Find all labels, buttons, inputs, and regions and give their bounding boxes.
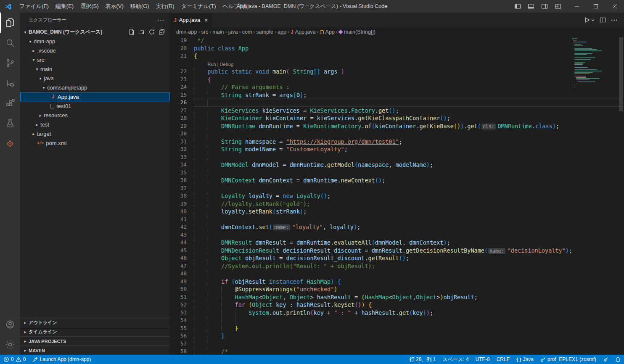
code-line[interactable]: 43 (169, 231, 624, 239)
workspace-root-row[interactable]: ▾ BAMOE_DMN (ワークスペース) (20, 27, 169, 37)
plug-indicator[interactable] (600, 355, 612, 364)
explorer-icon[interactable] (0, 13, 20, 33)
menu-item[interactable]: 実行(R) (153, 0, 178, 13)
code-line[interactable]: 46 Object objResult = decisionResult_dis… (169, 254, 624, 262)
new-folder-icon[interactable] (138, 29, 145, 35)
code-line[interactable]: 55 } (169, 324, 624, 332)
code-line[interactable]: 22 public static void main( String[] arg… (169, 68, 624, 76)
breadcrumb-item[interactable]: JApp.java (291, 29, 315, 35)
code-line[interactable]: 51 HashMap<Object, Object> hashResult = … (169, 293, 624, 301)
tree-item[interactable]: test01 (20, 101, 169, 111)
menu-item[interactable]: ファイル(F) (16, 0, 52, 13)
breadcrumb-item[interactable]: main(String[]) (339, 29, 375, 35)
toggle-sidebar-icon[interactable] (512, 0, 524, 12)
indentation[interactable]: スペース: 4 (439, 355, 472, 364)
code-line[interactable]: 44 DMNResult dmnResult = dmnRuntime.eval… (169, 239, 624, 247)
editor-scrollbar-thumb[interactable] (619, 37, 623, 111)
code-line[interactable]: 35 (169, 169, 624, 177)
code-line[interactable]: 47 //System.out.println("Result: " + obj… (169, 262, 624, 270)
tree-item[interactable]: JApp.java (20, 92, 169, 101)
notifications-bell[interactable] (612, 355, 624, 364)
code-line[interactable]: 38 Loyalty loyalty = new Loyalty(); (169, 192, 624, 200)
settings-gear-icon[interactable] (0, 335, 20, 355)
run-debug-icon[interactable] (0, 73, 20, 93)
sidebar-section[interactable]: ▸タイムライン (20, 327, 169, 336)
codelens-line[interactable]: Run | Debug (169, 60, 624, 68)
code-line[interactable]: 57 (169, 340, 624, 348)
code-line[interactable]: 58 /* (169, 348, 624, 355)
code-line[interactable]: 56 } (169, 332, 624, 340)
refresh-icon[interactable] (148, 29, 155, 35)
sidebar-section[interactable]: ▸アウトライン (20, 318, 169, 327)
code-line[interactable]: 37 (169, 185, 624, 193)
code-line[interactable]: 45 DMNDecisionResult decisionResult_disc… (169, 247, 624, 255)
testing-icon[interactable] (0, 113, 20, 134)
code-line[interactable]: 30 (169, 130, 624, 138)
tree-item[interactable]: ▾src (20, 55, 169, 64)
breadcrumb-item[interactable]: App (320, 29, 335, 35)
code-line[interactable]: 29 DMNRuntime dmnRuntime = KieRuntimeFac… (169, 122, 624, 130)
zosmf-profile[interactable]: prof_EPLEX1 (zosmf) (537, 355, 600, 364)
tree-item[interactable]: ▸resources (20, 111, 169, 120)
minimize-button[interactable] (567, 0, 586, 13)
tree-item[interactable]: ▸target (20, 129, 169, 138)
extensions-icon[interactable] (0, 93, 20, 113)
code-line[interactable]: 42 dmnContext.set(name:"loyalty", loyalt… (169, 223, 624, 231)
breadcrumb-item[interactable]: sample (256, 29, 273, 35)
code-line[interactable]: 53 System.out.println(key + " : " + hash… (169, 309, 624, 317)
launch-config[interactable]: Launch App (dmn-app) (29, 355, 94, 364)
bamoe-extension-icon[interactable] (0, 134, 20, 154)
code-line[interactable]: 31 String namespace = "https://kiegroup.… (169, 138, 624, 146)
menu-item[interactable]: ヘルプ(H) (219, 0, 251, 13)
code-line[interactable]: 21{ (169, 52, 624, 60)
tree-item[interactable]: ▾dmn-app (20, 37, 169, 46)
new-file-icon[interactable] (128, 29, 135, 35)
tree-item[interactable]: ▸.vscode (20, 46, 169, 55)
code-line[interactable]: 20public class App (169, 45, 624, 53)
code-line[interactable]: 26 (169, 99, 624, 107)
code-line[interactable]: 25 String strRank = args[0]; (169, 91, 624, 99)
breadcrumb-item[interactable]: main (212, 29, 224, 35)
customize-layout-icon[interactable] (552, 0, 564, 12)
code-line[interactable]: 48 (169, 270, 624, 278)
breadcrumb-item[interactable]: com (242, 29, 252, 35)
breadcrumb-item[interactable]: java (228, 29, 238, 35)
minimap[interactable] (572, 37, 618, 355)
tree-item[interactable]: ▾java (20, 74, 169, 83)
encoding[interactable]: UTF-8 (472, 355, 493, 364)
menu-item[interactable]: ターミナル(T) (178, 0, 219, 13)
code-line[interactable]: 19 */ (169, 37, 624, 45)
account-icon[interactable] (0, 314, 20, 335)
split-editor-icon[interactable] (600, 17, 606, 23)
breadcrumb-item[interactable]: src (201, 29, 209, 35)
language-mode[interactable]: { } Java (513, 355, 537, 364)
menu-item[interactable]: 移動(G) (127, 0, 153, 13)
search-icon[interactable] (0, 33, 20, 53)
tab-close-icon[interactable]: × (204, 17, 208, 24)
problems-indicator[interactable]: 0 0 (0, 355, 29, 364)
menu-item[interactable]: 選択(S) (77, 0, 102, 13)
code-line[interactable]: 52 for (Object key : hashResult.keySet()… (169, 301, 624, 309)
toggle-secondary-sidebar-icon[interactable] (539, 0, 550, 12)
code-line[interactable]: 39 //loyalty.setRank("gold"); (169, 200, 624, 208)
code-line[interactable]: 33 (169, 153, 624, 161)
code-line[interactable]: 28 KieContainer kieContainer = kieServic… (169, 114, 624, 122)
collapse-all-icon[interactable] (159, 29, 165, 35)
code-line[interactable]: 27 KieServices kieServices = KieServices… (169, 107, 624, 115)
source-control-icon[interactable] (0, 53, 20, 73)
toggle-panel-icon[interactable] (525, 0, 537, 12)
run-java-button[interactable] (584, 17, 595, 23)
code-line[interactable]: 24 // Parse arguments : (169, 83, 624, 91)
codelens-run-debug[interactable]: Run | Debug (208, 62, 234, 67)
explorer-more-actions-icon[interactable]: ··· (157, 17, 164, 24)
breadcrumb-item[interactable]: dmn-app (176, 29, 197, 35)
menu-item[interactable]: 表示(V) (102, 0, 127, 13)
code-line[interactable]: 40 loyalty.setRank(strRank); (169, 208, 624, 216)
eol-sequence[interactable]: CRLF (493, 355, 513, 364)
code-line[interactable]: 36 DMNContext dmnContext = dmnRuntime.ne… (169, 177, 624, 185)
code-editor[interactable]: 19 */20public class App21{ Run | Debug22… (169, 37, 624, 355)
code-line[interactable]: 50 @SuppressWarnings("unchecked") (169, 285, 624, 293)
cursor-position[interactable]: 行 26、列 1 (406, 355, 439, 364)
tree-item[interactable]: ▾com\sample\app (20, 83, 169, 92)
tree-item[interactable]: ▸test (20, 120, 169, 129)
